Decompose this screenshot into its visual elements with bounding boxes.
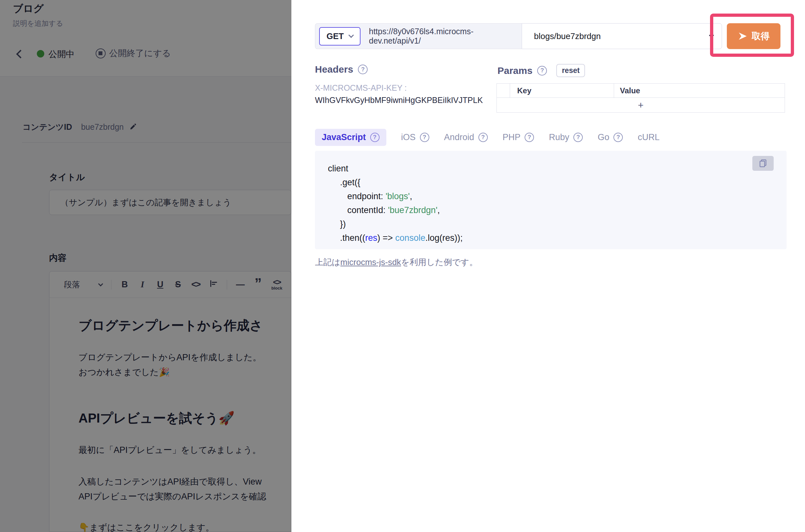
params-table: Key Value + — [496, 83, 785, 113]
send-icon — [738, 32, 748, 40]
headers-title: Headers — [315, 64, 353, 75]
sdk-note: 上記はmicrocms-js-sdkを利用した例です。 — [315, 256, 477, 268]
code-var-token: res — [365, 233, 378, 243]
code-string-token: 'bue7zbrdgn' — [388, 205, 437, 215]
code-line: .get({ — [328, 176, 787, 190]
help-icon[interactable]: ? — [573, 133, 583, 142]
add-param-row-button[interactable]: + — [497, 98, 785, 112]
copy-icon — [758, 158, 768, 168]
tab-ios[interactable]: iOS ? — [401, 132, 429, 142]
api-preview-panel: GET https://8y0v676ls4.microcms-dev.net/… — [291, 0, 805, 532]
api-key-label: X-MICROCMS-API-KEY : — [315, 83, 489, 93]
code-line: .then((res) => console.log(res)); — [328, 231, 787, 245]
code-line: endpoint: 'blogs', — [328, 190, 787, 203]
help-icon[interactable]: ? — [420, 133, 429, 142]
tab-label: cURL — [638, 132, 660, 142]
help-icon[interactable]: ? — [478, 133, 488, 142]
base-url-label: https://8y0v676ls4.microcms-dev.net/api/… — [369, 27, 522, 45]
code-line: client — [328, 162, 787, 176]
tab-label: JavaScript — [322, 132, 366, 142]
help-icon[interactable]: ? — [614, 133, 623, 142]
tab-label: Go — [598, 132, 609, 142]
tab-javascript[interactable]: JavaScript ? — [315, 129, 386, 146]
code-token: .log(res)); — [425, 233, 463, 243]
tab-label: Ruby — [549, 132, 569, 142]
code-token: .then(( — [328, 233, 365, 243]
headers-section: Headers ? X-MICROCMS-API-KEY : WIhGVFkvG… — [315, 64, 489, 105]
params-section: Params ? reset — [497, 64, 585, 77]
code-token: ) => — [377, 233, 396, 243]
endpoint-value: blogs/bue7zbrdgn — [534, 31, 601, 41]
method-label: GET — [327, 31, 344, 41]
request-bar: GET https://8y0v676ls4.microcms-dev.net/… — [315, 23, 781, 49]
content-edit-page: ブログ 説明を追加する 公開中 公開終了にする コンテンツID bue7zbrd… — [0, 0, 291, 532]
code-token: contentId: — [328, 205, 388, 215]
api-key-value: WIhGVFkvGyHbMF9iwniHgGKPBEiIkIVJTPLK — [315, 96, 489, 105]
code-token: , — [409, 191, 412, 201]
value-column-header: Value — [614, 83, 785, 97]
method-select[interactable]: GET — [319, 27, 361, 45]
code-line: contentId: 'bue7zbrdgn', — [328, 203, 787, 217]
endpoint-select[interactable]: blogs/bue7zbrdgn — [522, 23, 722, 49]
code-console-token: console — [396, 233, 425, 243]
code-sample: client .get({ endpoint: 'blogs', content… — [315, 151, 787, 245]
sdk-note-pre: 上記は — [315, 257, 341, 267]
chevron-down-icon — [709, 33, 714, 38]
tab-php[interactable]: PHP ? — [502, 132, 534, 142]
help-icon[interactable]: ? — [370, 133, 380, 142]
language-tabs: JavaScript ? iOS ? Android ? PHP ? Ruby … — [315, 129, 660, 146]
code-string-token: 'blogs' — [386, 191, 410, 201]
sdk-note-post: を利用した例です。 — [401, 257, 477, 267]
code-line: }) — [328, 217, 787, 231]
tab-label: PHP — [502, 132, 521, 142]
tab-curl[interactable]: cURL — [638, 132, 660, 142]
checkbox-column — [497, 83, 510, 97]
tab-go[interactable]: Go ? — [598, 132, 623, 142]
help-icon[interactable]: ? — [525, 133, 534, 142]
tab-ruby[interactable]: Ruby ? — [549, 132, 583, 142]
help-icon[interactable]: ? — [537, 66, 547, 76]
modal-backdrop[interactable] — [0, 0, 291, 532]
fetch-button[interactable]: 取得 — [727, 23, 781, 49]
reset-button[interactable]: reset — [556, 64, 585, 77]
help-icon[interactable]: ? — [358, 64, 368, 74]
fetch-button-label: 取得 — [752, 30, 770, 42]
params-table-header: Key Value — [497, 83, 785, 98]
code-sample-block: client .get({ endpoint: 'blogs', content… — [315, 151, 787, 249]
chevron-down-icon — [349, 32, 354, 38]
code-token: , — [437, 205, 440, 215]
key-column-header: Key — [510, 83, 614, 97]
code-token: endpoint: — [328, 191, 386, 201]
tab-label: Android — [444, 132, 474, 142]
copy-button[interactable] — [752, 156, 774, 171]
params-title: Params — [497, 65, 532, 76]
tab-android[interactable]: Android ? — [444, 132, 488, 142]
sdk-link[interactable]: microcms-js-sdk — [341, 257, 401, 267]
tab-label: iOS — [401, 132, 416, 142]
method-url-group: GET https://8y0v676ls4.microcms-dev.net/… — [315, 23, 522, 49]
